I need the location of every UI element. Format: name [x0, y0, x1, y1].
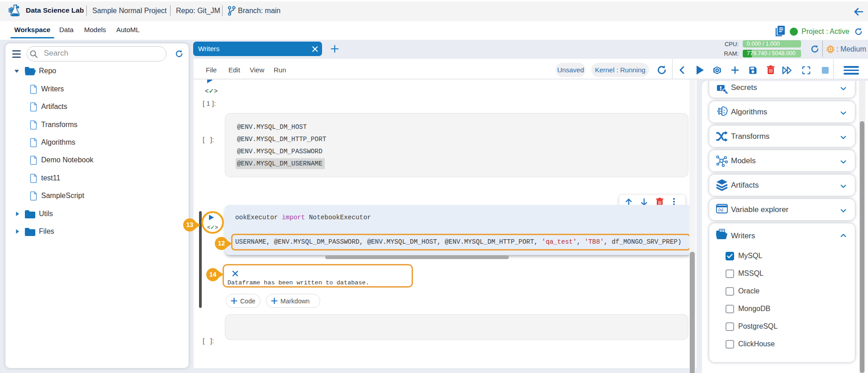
svg-text:(x): (x) — [718, 208, 723, 212]
